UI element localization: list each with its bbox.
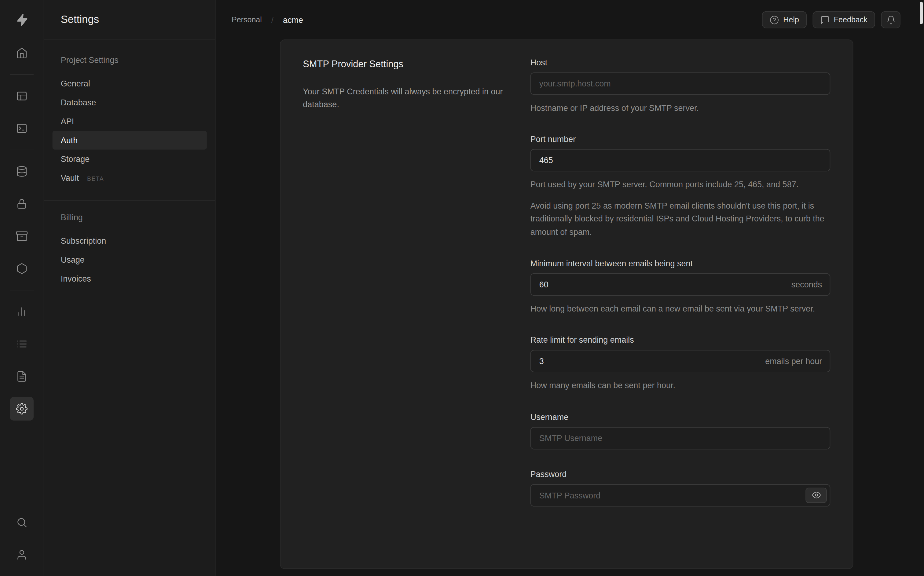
smtp-settings-panel: SMTP Provider Settings Your SMTP Credent… [280,39,853,569]
sidebar-item-vault-label: Vault [61,173,79,182]
rail-divider [10,290,34,290]
rail-item-logs[interactable] [10,332,34,356]
top-bar: Personal / acme Help Fe [216,0,924,39]
content-area: SMTP Provider Settings Your SMTP Credent… [216,39,924,576]
rail-item-user[interactable] [10,543,34,566]
host-label: Host [530,58,831,67]
logs-icon [16,338,28,350]
rail-item-table-editor[interactable] [10,84,34,108]
sidebar-item-vault[interactable]: Vault BETA [44,169,215,189]
interval-input-wrap: seconds [530,274,831,296]
smtp-password-input[interactable] [530,484,831,506]
password-label: Password [530,469,831,479]
beta-badge: BETA [87,176,104,182]
field-username: Username [530,412,831,449]
section-heading-billing: Billing [44,213,215,222]
help-button-label: Help [783,15,799,24]
sidebar-item-subscription[interactable]: Subscription [44,232,215,250]
help-circle-icon [770,15,779,24]
rail-item-home[interactable] [10,41,34,65]
settings-sidebar: Settings Project Settings General Databa… [44,0,216,576]
port-helper-1: Port used by your SMTP server. Common po… [530,178,831,191]
rail-item-search[interactable] [10,510,34,534]
rail-divider [10,150,34,150]
field-password: Password [530,469,831,506]
field-minimum-interval: Minimum interval between emails being se… [530,259,831,315]
port-input-wrap [530,149,831,172]
panel-intro: SMTP Provider Settings Your SMTP Credent… [303,58,530,550]
smtp-port-input[interactable] [530,149,831,172]
bell-icon [886,15,895,24]
search-icon [16,517,28,528]
reports-icon [16,306,28,318]
username-label: Username [530,412,831,421]
user-icon [16,549,28,561]
panel-title: SMTP Provider Settings [303,59,509,70]
section-heading-project-settings: Project Settings [44,55,215,65]
app-window: Settings Project Settings General Databa… [0,0,924,576]
rail-item-database[interactable] [10,160,34,183]
port-helper-2: Avoid using port 25 as modern SMTP email… [530,199,831,238]
icon-rail [0,0,44,576]
rail-item-sql-editor[interactable] [10,117,34,140]
field-host: Host Hostname or IP address of your SMTP… [530,58,831,115]
feedback-button[interactable]: Feedback [812,11,875,29]
breadcrumb: Personal / acme [232,15,303,24]
rail-item-settings[interactable] [10,397,34,421]
table-editor-icon [16,90,28,102]
docs-icon [16,370,28,382]
panel-description: Your SMTP Credentials will always be enc… [303,85,509,111]
sidebar-divider [44,200,215,201]
smtp-username-input[interactable] [530,427,831,449]
rail-item-storage[interactable] [10,224,34,248]
rail-item-docs[interactable] [10,365,34,388]
sidebar-item-invoices[interactable]: Invoices [44,269,215,288]
lock-icon [16,198,28,210]
main-area: Personal / acme Help Fe [216,0,924,576]
topbar-actions: Help Feedback [762,11,900,29]
notifications-button[interactable] [881,11,900,29]
rate-limit-input[interactable] [530,350,831,372]
sidebar-item-usage[interactable]: Usage [44,250,215,269]
sidebar-item-auth[interactable]: Auth [53,131,207,150]
edge-functions-icon [16,262,28,275]
feedback-button-label: Feedback [834,15,868,24]
field-port: Port number Port used by your SMTP serve… [530,134,831,238]
breadcrumb-project[interactable]: acme [283,15,303,24]
page-title: Settings [61,13,99,26]
rail-item-reports[interactable] [10,300,34,323]
scrollbar-thumb[interactable] [920,2,923,24]
password-input-wrap [530,484,831,506]
help-button[interactable]: Help [762,11,807,29]
sidebar-item-api[interactable]: API [44,112,215,131]
database-icon [16,166,28,178]
breadcrumb-separator: / [271,15,274,24]
minimum-interval-input[interactable] [530,274,831,296]
rail-item-edge-functions[interactable] [10,257,34,280]
smtp-host-input[interactable] [530,72,831,95]
eye-icon [812,491,821,500]
storage-icon [16,230,28,242]
field-rate-limit: Rate limit for sending emails emails per… [530,335,831,392]
gear-icon [16,403,28,415]
breadcrumb-org[interactable]: Personal [232,15,262,24]
sidebar-item-database[interactable]: Database [44,93,215,112]
sidebar-item-general[interactable]: General [44,74,215,93]
settings-sidebar-body: Project Settings General Database API Au… [44,40,215,301]
sidebar-item-storage[interactable]: Storage [44,150,215,169]
rail-item-auth[interactable] [10,192,34,216]
supabase-logo[interactable] [10,8,34,32]
host-input-wrap [530,72,831,95]
home-icon [16,47,28,59]
interval-label: Minimum interval between emails being se… [530,259,831,268]
host-helper: Hostname or IP address of your SMTP serv… [530,101,831,115]
reveal-password-button[interactable] [805,488,826,503]
interval-helper: How long between each email can a new em… [530,302,831,315]
rate-limit-helper: How many emails can be sent per hour. [530,379,831,392]
rail-divider [10,74,34,75]
rate-limit-label: Rate limit for sending emails [530,335,831,345]
sql-editor-icon [16,122,28,134]
settings-sidebar-header: Settings [44,0,215,40]
message-bubble-icon [820,15,830,24]
port-label: Port number [530,134,831,144]
